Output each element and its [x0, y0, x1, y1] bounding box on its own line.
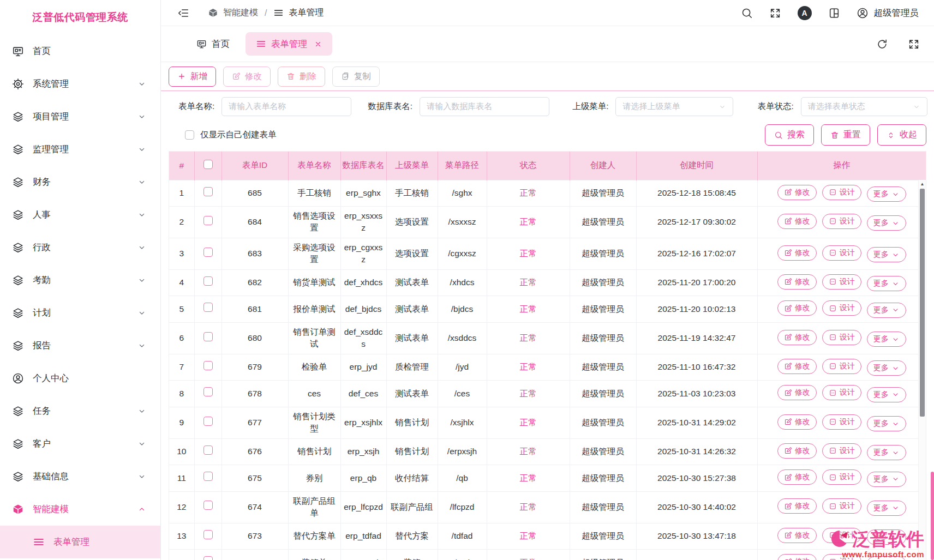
- search-button[interactable]: 搜索: [765, 124, 814, 146]
- only-mine-checkbox[interactable]: [185, 130, 194, 140]
- page-scrollbar-thumb[interactable]: [931, 472, 934, 560]
- row-checkbox[interactable]: [203, 187, 213, 196]
- sidebar-item-customer[interactable]: 客户: [0, 427, 160, 460]
- row-more-button[interactable]: 更多: [867, 529, 906, 545]
- sidebar-item-system[interactable]: 系统管理: [0, 68, 160, 100]
- tab-form-management[interactable]: 表单管理: [246, 32, 332, 56]
- sidebar-item-home[interactable]: 首页: [0, 35, 160, 68]
- row-edit-button[interactable]: 修改: [777, 274, 817, 290]
- row-edit-button[interactable]: 修改: [777, 443, 817, 459]
- expand-content-icon[interactable]: [908, 38, 920, 50]
- sidebar-item-admin[interactable]: 行政: [0, 231, 160, 264]
- row-checkbox[interactable]: [203, 501, 213, 510]
- row-edit-button[interactable]: 修改: [777, 214, 817, 229]
- row-design-button[interactable]: 设计: [822, 214, 861, 229]
- row-edit-button[interactable]: 修改: [777, 498, 817, 514]
- row-edit-button[interactable]: 修改: [777, 414, 817, 430]
- row-checkbox[interactable]: [203, 472, 213, 481]
- row-checkbox[interactable]: [203, 276, 213, 286]
- sidebar-item-task[interactable]: 任务: [0, 395, 160, 427]
- delete-button[interactable]: 删除: [278, 67, 325, 87]
- row-checkbox[interactable]: [203, 530, 213, 539]
- row-design-button[interactable]: 设计: [822, 245, 861, 261]
- row-design-button[interactable]: 设计: [822, 469, 861, 485]
- font-size-icon[interactable]: A: [798, 6, 812, 20]
- row-checkbox[interactable]: [203, 417, 213, 426]
- row-more-button[interactable]: 更多: [867, 215, 906, 231]
- sidebar-item-modeling[interactable]: 智能建模: [0, 493, 160, 526]
- row-checkbox[interactable]: [203, 303, 213, 312]
- row-more-button[interactable]: 更多: [867, 472, 906, 487]
- row-edit-button[interactable]: 修改: [777, 245, 817, 261]
- row-design-button[interactable]: 设计: [822, 330, 861, 345]
- row-edit-button[interactable]: 修改: [777, 185, 817, 200]
- collapse-button[interactable]: 收起: [877, 124, 926, 146]
- sidebar-item-finance[interactable]: 财务: [0, 166, 160, 198]
- row-more-button[interactable]: 更多: [867, 445, 906, 460]
- row-edit-button[interactable]: 修改: [777, 300, 817, 316]
- row-more-button[interactable]: 更多: [867, 332, 906, 347]
- fullscreen-icon[interactable]: [769, 7, 781, 19]
- row-more-button[interactable]: 更多: [867, 501, 906, 516]
- row-checkbox[interactable]: [203, 361, 213, 370]
- user-menu[interactable]: 超级管理员: [857, 7, 919, 19]
- sidebar-item-report[interactable]: 报告: [0, 329, 160, 362]
- add-button[interactable]: 新增: [169, 67, 216, 87]
- row-design-button[interactable]: 设计: [822, 554, 861, 560]
- sidebar-item-supervision[interactable]: 监理管理: [0, 133, 160, 166]
- parent-menu-select[interactable]: 请选择上级菜单: [615, 97, 733, 116]
- row-edit-button[interactable]: 修改: [777, 330, 817, 345]
- row-checkbox[interactable]: [203, 387, 213, 396]
- row-checkbox[interactable]: [203, 445, 213, 455]
- copy-button[interactable]: 复制: [332, 67, 380, 87]
- sidebar-item-attendance[interactable]: 考勤: [0, 264, 160, 297]
- row-edit-button[interactable]: 修改: [777, 554, 817, 560]
- close-tab-icon[interactable]: [314, 40, 322, 48]
- row-edit-button[interactable]: 修改: [777, 528, 817, 543]
- row-edit-button[interactable]: 修改: [777, 359, 817, 374]
- scrollbar-up-arrow[interactable]: ▲: [919, 180, 926, 188]
- form-status-select[interactable]: 请选择表单状态: [801, 97, 927, 116]
- sidebar-item-plan[interactable]: 计划: [0, 297, 160, 329]
- row-more-button[interactable]: 更多: [867, 186, 906, 202]
- sidebar-item-project[interactable]: 项目管理: [0, 100, 160, 133]
- row-checkbox[interactable]: [203, 248, 213, 257]
- tab-home[interactable]: 首页: [186, 32, 240, 56]
- reset-button[interactable]: 重置: [821, 124, 870, 146]
- row-more-button[interactable]: 更多: [867, 303, 906, 318]
- row-checkbox[interactable]: [203, 216, 213, 225]
- row-more-button[interactable]: 更多: [867, 556, 906, 560]
- select-all-checkbox[interactable]: [203, 160, 213, 169]
- table-scrollbar[interactable]: ▲: [918, 180, 926, 560]
- db-name-input[interactable]: 请输入数据库表名: [420, 97, 549, 116]
- row-edit-button[interactable]: 修改: [777, 469, 817, 485]
- sidebar-item-personal[interactable]: 个人中心: [0, 362, 160, 395]
- breadcrumb-parent[interactable]: 智能建模: [223, 7, 258, 19]
- row-more-button[interactable]: 更多: [867, 276, 906, 291]
- theme-layout-icon[interactable]: [828, 7, 840, 19]
- row-design-button[interactable]: 设计: [822, 528, 861, 543]
- row-more-button[interactable]: 更多: [867, 416, 906, 431]
- row-design-button[interactable]: 设计: [822, 498, 861, 514]
- row-more-button[interactable]: 更多: [867, 247, 906, 262]
- row-design-button[interactable]: 设计: [822, 274, 861, 290]
- sidebar-item-hr[interactable]: 人事: [0, 198, 160, 231]
- row-checkbox[interactable]: [203, 332, 213, 341]
- row-design-button[interactable]: 设计: [822, 359, 861, 374]
- row-design-button[interactable]: 设计: [822, 385, 861, 400]
- row-design-button[interactable]: 设计: [822, 300, 861, 316]
- row-design-button[interactable]: 设计: [822, 185, 861, 200]
- sidebar-item-baseinfo[interactable]: 基础信息: [0, 460, 160, 493]
- row-edit-button[interactable]: 修改: [777, 385, 817, 400]
- row-more-button[interactable]: 更多: [867, 360, 906, 376]
- scrollbar-thumb[interactable]: [920, 189, 925, 417]
- row-design-button[interactable]: 设计: [822, 414, 861, 430]
- refresh-icon[interactable]: [876, 38, 888, 50]
- collapse-sidebar-icon[interactable]: [177, 7, 189, 19]
- search-icon[interactable]: [741, 7, 753, 19]
- row-more-button[interactable]: 更多: [867, 387, 906, 402]
- row-design-button[interactable]: 设计: [822, 443, 861, 459]
- edit-button[interactable]: 修改: [223, 67, 271, 87]
- sidebar-subitem-form-management[interactable]: 表单管理: [0, 526, 160, 558]
- form-name-input[interactable]: 请输入表单名称: [221, 97, 351, 116]
